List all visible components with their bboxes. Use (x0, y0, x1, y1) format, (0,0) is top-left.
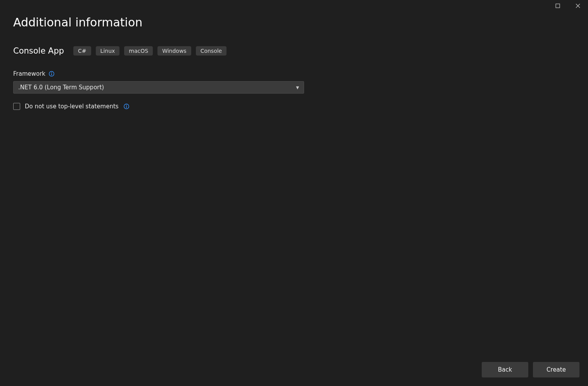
template-name: Console App (13, 46, 64, 56)
framework-selected-value: .NET 6.0 (Long Term Support) (18, 84, 104, 91)
svg-point-4 (51, 72, 52, 73)
template-summary-row: Console App C# Linux macOS Windows Conso… (13, 46, 575, 56)
framework-label-row: Framework (13, 70, 575, 77)
window-maximize-button[interactable] (548, 0, 568, 12)
page-title: Additional information (13, 16, 575, 29)
template-tag: Linux (96, 46, 120, 56)
window-close-button[interactable] (568, 0, 588, 12)
info-icon[interactable] (48, 71, 55, 77)
template-tag: Console (196, 46, 227, 56)
info-icon[interactable] (123, 103, 130, 110)
top-level-statements-label: Do not use top-level statements (25, 103, 119, 110)
window-controls (548, 0, 588, 12)
back-button[interactable]: Back (482, 362, 528, 377)
close-icon (576, 3, 580, 8)
framework-dropdown[interactable]: .NET 6.0 (Long Term Support) ▼ (13, 81, 304, 94)
svg-rect-8 (126, 106, 127, 108)
template-tag: macOS (124, 46, 153, 56)
chevron-down-icon: ▼ (296, 85, 299, 90)
svg-rect-0 (556, 4, 560, 8)
create-button[interactable]: Create (533, 362, 579, 377)
wizard-footer: Back Create (482, 362, 579, 377)
top-level-statements-row: Do not use top-level statements (13, 103, 575, 110)
svg-point-7 (126, 105, 127, 106)
svg-rect-5 (51, 73, 52, 75)
top-level-statements-checkbox[interactable] (13, 103, 20, 110)
maximize-icon (555, 3, 560, 8)
framework-label: Framework (13, 70, 45, 77)
template-tag: C# (73, 46, 91, 56)
template-tag: Windows (157, 46, 191, 56)
